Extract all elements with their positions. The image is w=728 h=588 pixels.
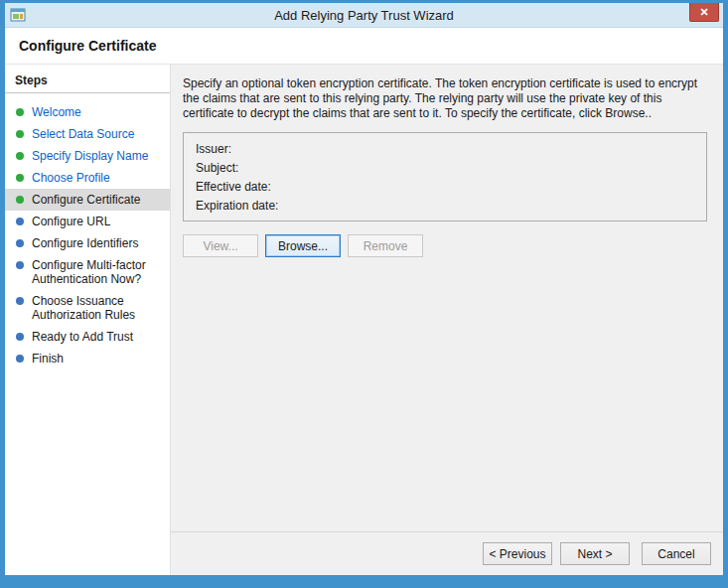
main-panel: Specify an optional token encryption cer… [171, 65, 723, 575]
main-content: Specify an optional token encryption cer… [171, 65, 723, 531]
step-label: Configure Multi-factor Authentication No… [32, 258, 146, 286]
field-label: Expiration date: [196, 199, 278, 213]
sidebar-item-ready-to-add-trust: Ready to Add Trust [5, 326, 170, 348]
step-status-icon [16, 130, 24, 138]
certificate-details-groupbox: Issuer: Subject: Effective date: Expirat… [183, 132, 707, 221]
field-label: Effective date: [196, 180, 271, 194]
steps-list: Welcome Select Data Source Specify Displ… [5, 93, 170, 369]
steps-sidebar: Steps Welcome Select Data Source Specify… [5, 65, 171, 575]
step-label: Configure Identifiers [32, 236, 138, 250]
sidebar-item-configure-identifiers: Configure Identifiers [5, 232, 170, 254]
view-button: View... [183, 234, 258, 257]
sidebar-item-configure-mfa: Configure Multi-factor Authentication No… [5, 254, 170, 290]
step-label: Choose Issuance Authorization Rules [32, 294, 135, 322]
remove-button: Remove [348, 234, 423, 257]
sidebar-item-specify-display-name[interactable]: Specify Display Name [5, 145, 170, 167]
step-status-icon [16, 239, 24, 247]
step-label: Choose Profile [32, 171, 110, 185]
wizard-window: Add Relying Party Trust Wizard ✕ Configu… [0, 0, 728, 588]
cancel-button[interactable]: Cancel [642, 542, 711, 565]
field-subject: Subject: [196, 161, 694, 173]
certificate-buttons-row: View... Browse... Remove [183, 234, 707, 257]
step-label: Configure Certificate [32, 193, 140, 207]
wizard-app-icon [10, 7, 26, 23]
wizard-footer: < Previous Next > Cancel [171, 531, 723, 575]
next-button[interactable]: Next > [560, 542, 630, 565]
browse-button[interactable]: Browse... [265, 234, 341, 257]
field-label: Subject: [196, 161, 238, 175]
step-label: Welcome [32, 105, 81, 119]
sidebar-item-choose-profile[interactable]: Choose Profile [5, 167, 170, 189]
field-label: Issuer: [196, 142, 231, 156]
sidebar-item-choose-issuance-rules: Choose Issuance Authorization Rules [5, 290, 170, 326]
step-status-icon [16, 355, 24, 363]
wizard-body: Steps Welcome Select Data Source Specify… [5, 65, 723, 575]
sidebar-item-welcome[interactable]: Welcome [5, 101, 170, 123]
sidebar-item-finish: Finish [5, 348, 170, 369]
sidebar-item-configure-url: Configure URL [5, 211, 170, 232]
step-status-icon [16, 108, 24, 116]
step-status-icon [16, 196, 24, 204]
step-status-icon [16, 333, 24, 341]
step-status-icon [16, 261, 24, 269]
step-status-icon [16, 218, 24, 225]
sidebar-item-configure-certificate: Configure Certificate [5, 189, 170, 211]
step-label: Ready to Add Trust [32, 330, 133, 344]
close-icon[interactable]: ✕ [689, 3, 719, 22]
sidebar-item-select-data-source[interactable]: Select Data Source [5, 123, 170, 145]
step-label: Specify Display Name [32, 149, 148, 163]
instructions-text: Specify an optional token encryption cer… [183, 76, 707, 121]
field-issuer: Issuer: [196, 142, 694, 154]
field-effective-date: Effective date: [196, 180, 694, 192]
window-title: Add Relying Party Trust Wizard [5, 8, 723, 23]
step-status-icon [16, 297, 24, 305]
field-expiration-date: Expiration date: [196, 199, 694, 211]
step-label: Select Data Source [32, 127, 134, 141]
step-status-icon [16, 174, 24, 182]
steps-heading: Steps [5, 71, 170, 93]
step-label: Finish [32, 352, 64, 366]
title-bar[interactable]: Add Relying Party Trust Wizard ✕ [5, 3, 723, 28]
page-title: Configure Certificate [5, 28, 723, 65]
step-status-icon [16, 152, 24, 160]
previous-button[interactable]: < Previous [483, 542, 552, 565]
step-label: Configure URL [32, 215, 110, 228]
